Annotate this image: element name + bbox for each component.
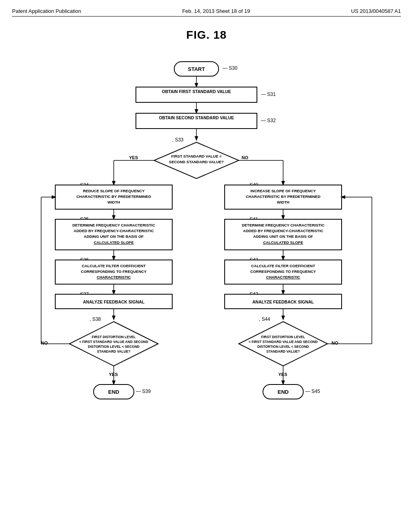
svg-text:INCREASE SLOPE OF FREQUENCY: INCREASE SLOPE OF FREQUENCY bbox=[250, 189, 316, 193]
svg-text:< FIRST STANDARD VALUE AND SEC: < FIRST STANDARD VALUE AND SECOND bbox=[79, 340, 148, 344]
svg-text:YES: YES bbox=[129, 155, 138, 160]
svg-text:REDUCE SLOPE OF FREQUENCY: REDUCE SLOPE OF FREQUENCY bbox=[83, 189, 145, 193]
svg-text:YES: YES bbox=[109, 372, 118, 377]
svg-text:DISTORTION LEVEL < SECOND: DISTORTION LEVEL < SECOND bbox=[257, 345, 309, 349]
svg-text:STANDARD VALUE?: STANDARD VALUE? bbox=[97, 349, 131, 353]
svg-text:END: END bbox=[277, 389, 288, 395]
flowchart-svg: START — S30 OBTAIN FIRST STANDARD VALUE … bbox=[33, 58, 380, 532]
page-header: Patent Application Publication Feb. 14, … bbox=[12, 8, 401, 17]
svg-text:ADDING UNIT ON THE BASIS OF: ADDING UNIT ON THE BASIS OF bbox=[84, 234, 144, 239]
svg-text:CALCULATE FILTER COEFFICIENT: CALCULATE FILTER COEFFICIENT bbox=[251, 264, 315, 268]
svg-text:DETERMINE FREQUENCY CHARACTERI: DETERMINE FREQUENCY CHARACTERISTIC bbox=[242, 223, 324, 227]
svg-text:OBTAIN FIRST STANDARD VALUE: OBTAIN FIRST STANDARD VALUE bbox=[162, 89, 231, 94]
svg-text:ANALYZE FEEDBACK SIGNAL: ANALYZE FEEDBACK SIGNAL bbox=[252, 299, 314, 304]
svg-text:END: END bbox=[108, 389, 119, 395]
header-middle: Feb. 14, 2013 Sheet 18 of 19 bbox=[182, 8, 250, 14]
svg-text:— S30: — S30 bbox=[223, 65, 238, 71]
svg-text:SECOND STANDARD VALUE?: SECOND STANDARD VALUE? bbox=[169, 160, 224, 164]
svg-text:NO: NO bbox=[242, 155, 248, 160]
svg-text:CHARACTERISTIC: CHARACTERISTIC bbox=[97, 275, 131, 279]
svg-text:CHARACTERISTIC BY PREDETERMINE: CHARACTERISTIC BY PREDETERMINED bbox=[76, 194, 151, 199]
svg-text:— S32: — S32 bbox=[261, 118, 276, 123]
svg-text:WIDTH: WIDTH bbox=[277, 200, 289, 204]
svg-text:CALCULATE FILTER COEFFICIENT: CALCULATE FILTER COEFFICIENT bbox=[82, 264, 146, 268]
svg-marker-84 bbox=[239, 322, 327, 366]
svg-text:START: START bbox=[188, 66, 205, 72]
svg-text:< FIRST STANDARD VALUE AND SEC: < FIRST STANDARD VALUE AND SECOND bbox=[248, 340, 317, 344]
svg-text:YES: YES bbox=[278, 372, 287, 377]
svg-text:— S45: — S45 bbox=[305, 389, 320, 394]
svg-text:— S39: — S39 bbox=[136, 389, 151, 394]
svg-text:— S31: — S31 bbox=[261, 91, 276, 97]
svg-text:WIDTH: WIDTH bbox=[107, 200, 120, 204]
page: Patent Application Publication Feb. 14, … bbox=[0, 0, 413, 532]
header-right: US 2013/0040587 A1 bbox=[351, 8, 401, 14]
svg-text:STANDARD VALUE?: STANDARD VALUE? bbox=[267, 349, 300, 353]
svg-text:, S33: , S33 bbox=[172, 137, 184, 143]
svg-text:ADDED BY FREQUENCY-CHARACTERIS: ADDED BY FREQUENCY-CHARACTERISTIC bbox=[243, 229, 323, 233]
svg-text:FIRST STANDARD VALUE <: FIRST STANDARD VALUE < bbox=[171, 154, 222, 158]
svg-text:CHARACTERISTIC BY PREDETERMINE: CHARACTERISTIC BY PREDETERMINED bbox=[246, 194, 320, 199]
svg-text:ADDED BY FREQUENCY-CHARACTERIS: ADDED BY FREQUENCY-CHARACTERISTIC bbox=[74, 229, 154, 233]
svg-text:CORRESPONDING TO FREQUENCY: CORRESPONDING TO FREQUENCY bbox=[81, 269, 147, 274]
svg-text:CALCULATED SLOPE: CALCULATED SLOPE bbox=[263, 240, 303, 245]
svg-text:FIRST DISTORTION LEVEL: FIRST DISTORTION LEVEL bbox=[261, 335, 305, 339]
svg-text:CHARACTERISTIC: CHARACTERISTIC bbox=[266, 275, 300, 279]
svg-text:NO: NO bbox=[41, 341, 48, 345]
svg-text:, S38: , S38 bbox=[90, 316, 101, 322]
svg-text:NO: NO bbox=[332, 341, 338, 345]
svg-text:DETERMINE FREQUENCY CHARACTERI: DETERMINE FREQUENCY CHARACTERISTIC bbox=[72, 223, 155, 227]
svg-text:ADDING UNIT ON THE BASIS OF: ADDING UNIT ON THE BASIS OF bbox=[253, 234, 313, 239]
svg-text:CORRESPONDING TO FREQUENCY: CORRESPONDING TO FREQUENCY bbox=[250, 269, 317, 274]
svg-marker-46 bbox=[69, 322, 158, 366]
svg-text:CALCULATED SLOPE: CALCULATED SLOPE bbox=[94, 240, 133, 245]
svg-text:OBTAIN SECOND STANDARD VALUE: OBTAIN SECOND STANDARD VALUE bbox=[159, 115, 234, 120]
svg-text:FIRST DISTORTION LEVEL: FIRST DISTORTION LEVEL bbox=[92, 335, 136, 339]
svg-text:, S44: , S44 bbox=[259, 316, 270, 322]
svg-text:DISTORTION LEVEL < SECOND: DISTORTION LEVEL < SECOND bbox=[88, 345, 140, 349]
svg-text:ANALYZE FEEDBACK SIGNAL: ANALYZE FEEDBACK SIGNAL bbox=[83, 299, 145, 304]
diagram-title: FIG. 18 bbox=[12, 29, 401, 42]
header-left: Patent Application Publication bbox=[12, 8, 81, 14]
